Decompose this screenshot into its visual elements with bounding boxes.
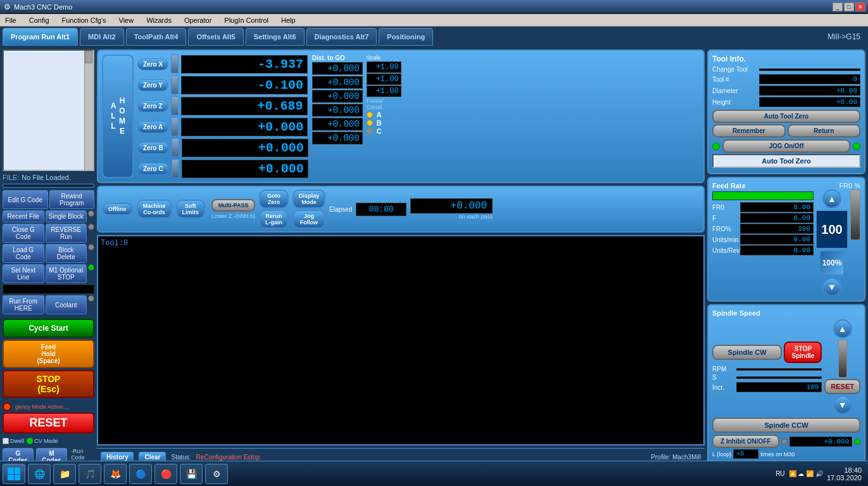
feed-down-button[interactable]: ▼ [822, 278, 841, 297]
dro-slider-c[interactable] [172, 159, 179, 178]
menu-wizards[interactable]: Wizards [144, 16, 174, 25]
zero-b-button[interactable]: Zero B [137, 142, 169, 154]
auto-tool-zero-button[interactable]: Auto Tool Zero [712, 110, 860, 123]
taskbar-explorer-button[interactable]: 📁 [53, 464, 76, 484]
tab-program-run[interactable]: Program Run Alt1 [3, 28, 78, 46]
menu-help[interactable]: Help [279, 16, 298, 25]
tab-toolpath[interactable]: ToolPath Alt4 [126, 28, 187, 46]
spindle-down-button[interactable]: ▼ [833, 395, 852, 414]
cycle-start-button[interactable]: Cycle Start [3, 319, 94, 338]
scale-label: Scale [367, 54, 401, 61]
single-block-button[interactable]: Single Block [46, 210, 87, 222]
start-button[interactable] [3, 464, 25, 484]
feed-slider[interactable] [850, 189, 860, 240]
recent-file-button[interactable]: Recent File [3, 210, 44, 222]
rerun-line-button[interactable]: Rerun L-gain [259, 210, 289, 229]
load-gcode-button[interactable]: Load G Code [3, 244, 44, 263]
goto-zero-button[interactable]: Goto Zero [259, 189, 289, 208]
estop-row: gency Mode Active.... [3, 402, 94, 411]
title-bar: ⚙ Mach3 CNC Demo _ □ ✕ [0, 0, 868, 14]
zero-y-button[interactable]: Zero Y [137, 79, 168, 91]
taskbar-app-button[interactable]: ⚙ [205, 464, 228, 484]
times-m30-label: times on M30 [760, 451, 795, 457]
set-next-line-button[interactable]: Set Next Line [3, 264, 44, 283]
tab-positioning[interactable]: Positioning [379, 28, 433, 46]
tab-settings[interactable]: Settings Alt6 [246, 28, 305, 46]
spindle-cw-button[interactable]: Spindle CW [712, 345, 782, 360]
jog-on-off-button[interactable]: JOG On/Off [722, 139, 850, 153]
dro-slider-y[interactable] [171, 75, 179, 94]
tab-mdi[interactable]: MDI Alt2 [80, 28, 124, 46]
auto-tool-zero-display: Auto Tool Zero [712, 154, 860, 168]
feed-hold-button[interactable]: Feed Hold (Space) [3, 340, 94, 368]
maximize-button[interactable]: □ [844, 3, 854, 11]
dro-slider-a[interactable] [171, 117, 179, 136]
spindle-reset-button[interactable]: RESET [824, 379, 860, 394]
taskbar-firefox-button[interactable]: 🦊 [104, 464, 127, 484]
remember-button[interactable]: Remember [712, 124, 786, 137]
taskbar-ie-button[interactable]: 🌐 [28, 464, 51, 484]
spindle-slider[interactable] [838, 340, 847, 378]
jog-follow-button[interactable]: Jog Follow [292, 210, 325, 229]
edit-gcode-button[interactable]: Edit G Code [3, 190, 48, 209]
block-delete-button[interactable]: Block Delete [46, 244, 87, 263]
dro-slider-b[interactable] [172, 138, 179, 157]
spindle-stop-button[interactable]: STOPSpindle [784, 342, 822, 363]
zero-a-button[interactable]: Zero A [137, 121, 168, 133]
display-mode-button[interactable]: Display Mode [292, 189, 325, 208]
gcode-scrollbar[interactable] [84, 51, 93, 170]
soft-limits-button[interactable]: Soft Limits [176, 200, 206, 219]
zero-c-button[interactable]: Zero C [137, 163, 169, 175]
spindle-ccw-button[interactable]: Spindle CCW [712, 418, 860, 433]
diameter-label: Diameter [712, 87, 757, 94]
z-inhibit-button[interactable]: Z Inhibit ON/OFF [712, 435, 779, 448]
run-from-here-button[interactable]: Run From HERE [3, 295, 44, 314]
feed-up-button[interactable]: ▲ [822, 189, 841, 208]
dist-b: +0.000 [312, 118, 363, 131]
toolpath-display: Tool:0 [97, 235, 705, 445]
line-input[interactable] [3, 285, 94, 294]
feed-100pct-button[interactable]: 100% [819, 250, 845, 276]
taskbar-drive-button[interactable]: 💾 [180, 464, 203, 484]
status-text: ReConfiguration Estop. [196, 454, 261, 461]
menu-view[interactable]: View [116, 16, 137, 25]
reverse-run-button[interactable]: REVERSE Run [46, 224, 87, 243]
machine-coords-button[interactable]: Machine Co-ords [137, 200, 172, 219]
scrollbar-thumb[interactable] [85, 51, 92, 63]
menu-function-cfgs[interactable]: Function Cfg's [60, 16, 109, 25]
focus-label: Focus/Corod [367, 98, 401, 110]
rewind-program-button[interactable]: Rewind Program [49, 190, 95, 209]
m1-optional-stop-button[interactable]: M1 Optional STOP [46, 264, 87, 283]
coolant-button[interactable]: Coolant [46, 295, 87, 314]
close-gcode-button[interactable]: Close G Code [3, 224, 44, 243]
menu-plugin[interactable]: PlugIn Control [222, 16, 271, 25]
svg-rect-1 [15, 468, 20, 474]
svg-rect-3 [15, 475, 20, 480]
incr-value: 100 [736, 382, 822, 392]
dro-slider-z[interactable] [171, 96, 179, 115]
reset-button[interactable]: RESET [3, 412, 94, 433]
return-button[interactable]: Return [788, 124, 861, 137]
home-all-button[interactable]: HOMEALL [102, 54, 134, 178]
menu-operator[interactable]: Operator [182, 16, 214, 25]
taskbar-chrome-button[interactable]: 🔵 [129, 464, 152, 484]
taskbar-opera-button[interactable]: 🔴 [154, 464, 177, 484]
multi-pass-button[interactable]: Multi-PASS [211, 199, 255, 212]
stop-button[interactable]: STOP (Esc) [3, 370, 94, 398]
menu-file[interactable]: File [3, 16, 19, 25]
zero-x-button[interactable]: Zero X [137, 58, 168, 70]
taskbar-media-button[interactable]: 🎵 [79, 464, 101, 484]
tab-offsets[interactable]: Offsets Alt5 [188, 28, 243, 46]
zero-z-button[interactable]: Zero Z [137, 100, 168, 112]
close-button[interactable]: ✕ [855, 3, 865, 11]
tab-diagnostics[interactable]: Diagnostics Alt7 [306, 28, 377, 46]
menu-config[interactable]: Config [27, 16, 52, 25]
dwell-checkbox[interactable] [3, 438, 9, 444]
minimize-button[interactable]: _ [833, 3, 843, 11]
incr-label: Incr. [712, 384, 734, 391]
dro-panel: HOMEALL Zero X -3.937 Zero Y -0.100 Zero… [97, 49, 705, 183]
spindle-up-button[interactable]: ▲ [833, 319, 852, 338]
svg-rect-0 [8, 468, 14, 474]
offline-button[interactable]: Offline [102, 203, 133, 215]
dro-slider-x[interactable] [171, 54, 179, 74]
